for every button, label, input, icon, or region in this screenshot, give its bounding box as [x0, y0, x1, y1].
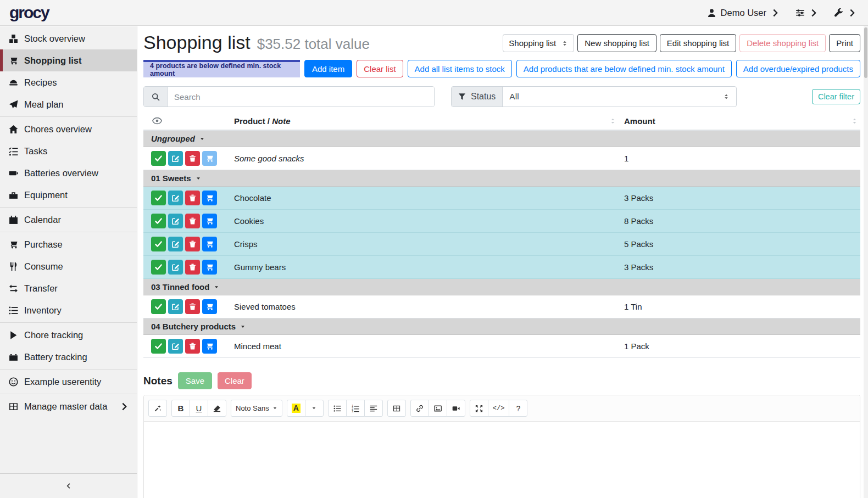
- sidebar-item-calendar[interactable]: Calendar: [0, 209, 137, 231]
- product-group-header[interactable]: 03 Tinned food: [143, 279, 860, 295]
- sidebar-item-inventory[interactable]: Inventory: [0, 299, 137, 321]
- sidebar-item-batteries-overview[interactable]: Batteries overview: [0, 162, 137, 184]
- sidebar-item-consume[interactable]: Consume: [0, 255, 137, 277]
- notes-clear-button[interactable]: Clear: [218, 372, 252, 389]
- edit-item-button[interactable]: [168, 191, 183, 205]
- mark-done-button[interactable]: [151, 191, 166, 205]
- edit-item-button[interactable]: [168, 237, 183, 251]
- product-group-header[interactable]: Ungrouped: [143, 131, 860, 147]
- delete-item-button[interactable]: [185, 299, 200, 314]
- mark-done-button[interactable]: [151, 299, 166, 314]
- product-group-header[interactable]: 01 Sweets: [143, 170, 860, 187]
- sidebar-item-recipes[interactable]: Recipes: [0, 71, 137, 93]
- check-icon: [154, 342, 163, 350]
- mark-done-button[interactable]: [151, 237, 166, 251]
- admin-menu[interactable]: [834, 8, 857, 18]
- sidebar-item-battery-tracking[interactable]: Battery tracking: [0, 346, 137, 368]
- mark-done-button[interactable]: [151, 339, 166, 354]
- highlight-color-dropdown[interactable]: [305, 400, 324, 417]
- sort-icon[interactable]: [851, 117, 858, 125]
- min-stock-banner[interactable]: 4 products are below defined min. stock …: [143, 60, 300, 77]
- fullscreen-button[interactable]: [470, 400, 488, 417]
- add-to-stock-button[interactable]: [202, 191, 217, 205]
- add-overdue-button[interactable]: Add overdue/expired products: [736, 60, 860, 77]
- check-icon: [154, 263, 163, 271]
- mark-done-button[interactable]: [151, 214, 166, 228]
- insert-picture-button[interactable]: [429, 400, 447, 417]
- clear-formatting-button[interactable]: [208, 400, 226, 417]
- paragraph-button[interactable]: [364, 400, 383, 417]
- sidebar-item-chore-tracking[interactable]: Chore tracking: [0, 324, 137, 346]
- delete-item-button[interactable]: [185, 260, 200, 275]
- insert-table-button[interactable]: [387, 400, 406, 417]
- edit-item-button[interactable]: [168, 260, 183, 275]
- add-to-stock-button[interactable]: [202, 151, 217, 166]
- ordered-list-button[interactable]: 123: [346, 400, 365, 417]
- sidebar-item-label: Battery tracking: [24, 352, 87, 362]
- underline-button[interactable]: U: [190, 400, 208, 417]
- sidebar-item-example-userentity[interactable]: Example userentity: [0, 371, 137, 393]
- highlight-color-button[interactable]: A: [287, 400, 305, 417]
- code-view-button[interactable]: </>: [488, 400, 510, 417]
- sidebar-item-transfer[interactable]: Transfer: [0, 277, 137, 299]
- list-icon: [9, 306, 18, 315]
- amount-column-header[interactable]: Amount: [624, 116, 860, 126]
- sidebar-item-label: Stock overview: [24, 33, 85, 44]
- user-menu[interactable]: Demo User: [707, 8, 780, 18]
- edit-item-button[interactable]: [168, 214, 183, 228]
- print-button[interactable]: Print: [829, 34, 860, 52]
- edit-shopping-list-button[interactable]: Edit shopping list: [660, 34, 736, 52]
- add-to-stock-button[interactable]: [202, 339, 217, 354]
- unordered-list-button[interactable]: [328, 400, 347, 417]
- sidebar-item-meal-plan[interactable]: Meal plan: [0, 93, 137, 115]
- edit-item-button[interactable]: [168, 299, 183, 314]
- sidebar-item-shopping-list[interactable]: Shopping list: [0, 49, 137, 71]
- add-item-button[interactable]: Add item: [304, 60, 352, 77]
- scrollbar-thumb[interactable]: [864, 27, 867, 78]
- shopping-list-selector[interactable]: Shopping list: [503, 34, 574, 52]
- product-group-header[interactable]: 04 Butchery products: [143, 318, 860, 335]
- grocy-logo[interactable]: grocy: [9, 3, 49, 22]
- delete-item-button[interactable]: [185, 151, 200, 166]
- eye-icon[interactable]: [152, 116, 162, 126]
- add-to-stock-button[interactable]: [202, 214, 217, 228]
- insert-link-button[interactable]: [410, 400, 429, 417]
- add-to-stock-button[interactable]: [202, 299, 217, 314]
- sidebar-item-stock-overview[interactable]: Stock overview: [0, 27, 137, 49]
- sidebar-item-manage-master-data[interactable]: Manage master data: [0, 395, 137, 417]
- bold-button[interactable]: B: [171, 400, 190, 417]
- delete-item-button[interactable]: [185, 237, 200, 251]
- mark-done-button[interactable]: [151, 151, 166, 166]
- mark-done-button[interactable]: [151, 260, 166, 275]
- sidebar-item-purchase[interactable]: Purchase: [0, 233, 137, 255]
- delete-item-button[interactable]: [185, 214, 200, 228]
- delete-item-button[interactable]: [185, 339, 200, 354]
- clear-filter-button[interactable]: Clear filter: [812, 89, 860, 104]
- help-button[interactable]: ?: [509, 400, 527, 417]
- edit-item-button[interactable]: [168, 339, 183, 354]
- magic-style-button[interactable]: [148, 400, 167, 417]
- sidebar-item-tasks[interactable]: Tasks: [0, 140, 137, 162]
- sidebar-item-equipment[interactable]: Equipment: [0, 184, 137, 206]
- new-shopping-list-button[interactable]: New shopping list: [577, 34, 656, 52]
- clear-list-button[interactable]: Clear list: [357, 60, 403, 77]
- sidebar-item-chores-overview[interactable]: Chores overview: [0, 118, 137, 140]
- delete-item-button[interactable]: [185, 191, 200, 205]
- product-column-header[interactable]: Product / Note: [226, 116, 624, 126]
- sort-icon[interactable]: [609, 117, 616, 125]
- add-to-stock-button[interactable]: [202, 260, 217, 275]
- delete-shopping-list-button[interactable]: Delete shopping list: [739, 34, 826, 52]
- status-filter-select[interactable]: All: [503, 87, 736, 107]
- search-input[interactable]: [168, 87, 434, 107]
- sidebar-collapse-button[interactable]: [0, 473, 137, 498]
- insert-video-button[interactable]: [447, 400, 465, 417]
- page-scrollbar[interactable]: [864, 26, 868, 498]
- notes-editor-area[interactable]: [144, 422, 860, 498]
- add-all-to-stock-button[interactable]: Add all list items to stock: [408, 60, 512, 77]
- font-family-button[interactable]: Noto Sans: [231, 400, 282, 417]
- edit-item-button[interactable]: [168, 151, 183, 166]
- add-below-min-button[interactable]: Add products that are below defined min.…: [516, 60, 732, 77]
- add-to-stock-button[interactable]: [202, 237, 217, 251]
- settings-menu[interactable]: [795, 8, 819, 18]
- notes-save-button[interactable]: Save: [178, 372, 212, 389]
